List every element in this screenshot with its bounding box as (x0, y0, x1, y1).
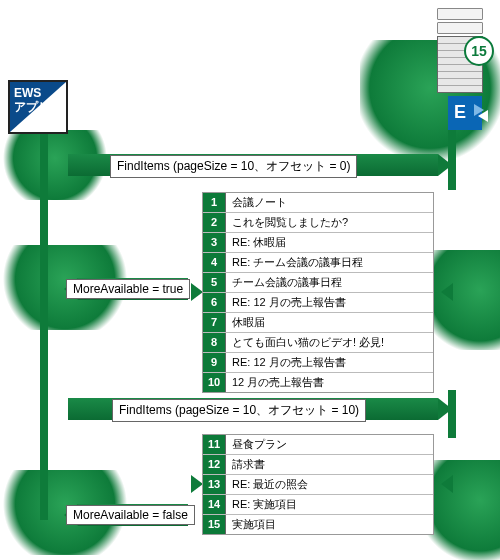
list-item-text: とても面白い猫のビデオ! 必見! (226, 333, 390, 352)
list-item-number: 1 (203, 193, 226, 212)
list-item-number: 3 (203, 233, 226, 252)
list-item: 7休暇届 (203, 313, 433, 333)
list-item: 1会議ノート (203, 193, 433, 213)
ews-label-1: EWS (14, 86, 41, 100)
list-item-number: 9 (203, 353, 226, 372)
list-item-number: 12 (203, 455, 226, 474)
result-list-1: 1会議ノート2これを閲覧しましたか?3RE: 休暇届4RE: チーム会議の議事日… (202, 192, 434, 393)
list-item-text: チーム会議の議事日程 (226, 273, 348, 292)
server-icon: 15 (430, 8, 490, 93)
list-item: 1012 月の売上報告書 (203, 373, 433, 392)
list-item-number: 10 (203, 373, 226, 392)
list-item-text: 実施項目 (226, 515, 282, 534)
client-vertical-connector (40, 130, 48, 420)
side-arrow-icon (441, 283, 453, 301)
list-item: 4RE: チーム会議の議事日程 (203, 253, 433, 273)
list-item-number: 8 (203, 333, 226, 352)
ews-client-box: EWS アプリ (8, 80, 68, 134)
list-item-number: 6 (203, 293, 226, 312)
list-item-text: RE: チーム会議の議事日程 (226, 253, 369, 272)
list-item-number: 7 (203, 313, 226, 332)
exchange-logo-icon: E (448, 96, 482, 130)
list-item-text: RE: 12 月の売上報告書 (226, 353, 352, 372)
client-vertical-connector (40, 420, 48, 520)
list-item-number: 5 (203, 273, 226, 292)
server-item-count-badge: 15 (464, 36, 494, 66)
list-item-text: 休暇届 (226, 313, 271, 332)
list-item-number: 15 (203, 515, 226, 534)
down-arrow-2 (448, 390, 456, 438)
side-arrow-icon (441, 475, 453, 493)
result-list-2: 11昼食プラン12請求書13RE: 最近の照会14RE: 実施項目15実施項目 (202, 434, 434, 535)
list-item: 6RE: 12 月の売上報告書 (203, 293, 433, 313)
list-item: 13RE: 最近の照会 (203, 475, 433, 495)
list-item-number: 13 (203, 475, 226, 494)
list-item: 11昼食プラン (203, 435, 433, 455)
list-item-number: 11 (203, 435, 226, 454)
list-item-number: 2 (203, 213, 226, 232)
list-item-text: 昼食プラン (226, 435, 293, 454)
list-item: 9RE: 12 月の売上報告書 (203, 353, 433, 373)
request-label-1: FindItems (pageSize = 10、オフセット = 0) (110, 155, 357, 178)
list-item-number: 14 (203, 495, 226, 514)
list-item: 14RE: 実施項目 (203, 495, 433, 515)
response-label-2: MoreAvailable = false (66, 505, 195, 525)
list-item: 3RE: 休暇届 (203, 233, 433, 253)
response-label-1: MoreAvailable = true (66, 279, 190, 299)
list-item-number: 4 (203, 253, 226, 272)
list-item: 15実施項目 (203, 515, 433, 534)
list-item: 8とても面白い猫のビデオ! 必見! (203, 333, 433, 353)
list-item: 5チーム会議の議事日程 (203, 273, 433, 293)
list-item-text: 請求書 (226, 455, 271, 474)
list-item-text: RE: 休暇届 (226, 233, 292, 252)
list-item-text: RE: 実施項目 (226, 495, 303, 514)
request-label-2: FindItems (pageSize = 10、オフセット = 10) (112, 399, 366, 422)
list-item: 2これを閲覧しましたか? (203, 213, 433, 233)
ews-label-2: アプリ (14, 100, 50, 114)
list-item-text: 会議ノート (226, 193, 293, 212)
list-item-text: RE: 最近の照会 (226, 475, 314, 494)
list-item-text: RE: 12 月の売上報告書 (226, 293, 352, 312)
down-arrow-1 (448, 130, 456, 190)
list-item-text: 12 月の売上報告書 (226, 373, 330, 392)
list-item-text: これを閲覧しましたか? (226, 213, 354, 232)
list-item: 12請求書 (203, 455, 433, 475)
